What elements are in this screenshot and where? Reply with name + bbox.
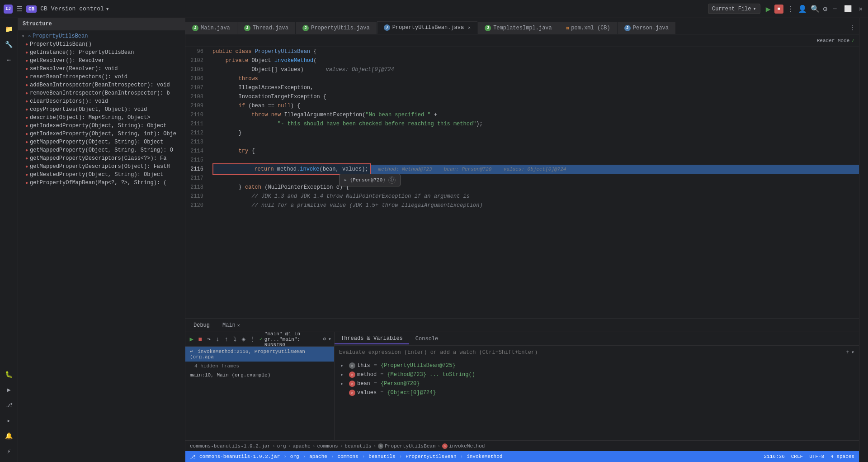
tab-templates-impl[interactable]: J TemplatesImpl.java [478,22,559,34]
type-object: Object [251,56,271,65]
tab-pom-xml[interactable]: m pom.xml (CB) [559,22,617,34]
status-commons[interactable]: commons [337,454,358,459]
tree-root-item[interactable]: ▾ ○ PropertyUtilsBean [18,32,185,40]
debug-var-values[interactable]: ▸ ○ values = {Object[0]@724} [335,388,859,397]
settings-icon[interactable]: ⚙ [823,5,828,14]
debug-panel-tab-main[interactable]: Main ✕ [218,320,245,330]
user-icon[interactable]: 👤 [798,5,807,14]
reader-mode-button[interactable]: Reader Mode ✓ [817,38,854,43]
debug-stepout-btn[interactable]: ↑ [223,334,230,345]
debug-resume-btn[interactable]: ▶ [188,334,195,345]
tab-close-property-utils-bean[interactable]: ✕ [468,25,471,30]
search-icon[interactable]: 🔍 [811,5,820,14]
status-org[interactable]: org [290,454,299,459]
breadcrumb-jar[interactable]: commons-beanutils-1.9.2.jar [190,443,270,449]
var-expand-method[interactable]: ▸ [341,372,347,377]
close-button[interactable]: ✕ [857,5,864,13]
method-icon-15: ● [25,164,28,169]
debug-evaluate-btn[interactable]: ◈ [240,334,247,345]
tree-item-11[interactable]: ● getIndexedProperty(Object, String, int… [18,130,185,138]
tab-more-button[interactable]: ⋮ [846,22,859,34]
debug-panel-tab-debug[interactable]: Debug [189,320,214,330]
breadcrumb-class[interactable]: ○ PropertyUtilsBean [378,443,435,449]
breadcrumb-apache[interactable]: apache [292,443,311,449]
debug-more-btn[interactable]: ⋮ [249,334,255,345]
sidebar-icon-git[interactable]: ⎇ [2,398,16,412]
status-method[interactable]: invokeMethod [467,454,502,459]
debug-var-this[interactable]: ▸ ○ this = {PropertyUtilsBean@725} [335,361,859,370]
debug-tab-main-close[interactable]: ✕ [237,323,240,328]
tree-item-2[interactable]: ● getResolver(): Resolver [18,57,185,65]
sidebar-icon-run[interactable]: ▶ [2,382,16,397]
status-encoding[interactable]: UTF-8 [809,454,824,459]
debug-var-bean[interactable]: ▸ ○ bean = {Person@720} [335,379,859,388]
tree-item-3[interactable]: ● setResolver(Resolver): void [18,65,185,73]
popup-info-icon[interactable]: ⓘ [388,176,396,184]
ln-2107: 2107 [185,83,203,92]
sidebar-icon-terminal[interactable]: ▸ [2,413,16,428]
debug-expression-input[interactable] [339,349,846,356]
tab-person-java[interactable]: J Person.java [618,22,675,34]
status-apache[interactable]: apache [309,454,327,459]
sidebar-icon-notifications[interactable]: 🔔 [2,429,16,443]
version-control-btn[interactable]: Version control ▾ [51,5,109,13]
status-class[interactable]: PropertyUtilsBean [406,454,456,459]
tree-item-16[interactable]: ● getNestedProperty(Object, String): Obj… [18,171,185,179]
tree-item-10[interactable]: ● getIndexedProperty(Object, String): Ob… [18,122,185,130]
tree-item-17[interactable]: ● getPropertyOfMapBean(Map<?, ?>, String… [18,179,185,187]
breadcrumb-beanutils[interactable]: beanutils [344,443,371,449]
watch-settings-icon[interactable]: ▾ [851,349,854,356]
status-indent[interactable]: 4 spaces [830,454,854,459]
tree-item-14[interactable]: ● getMappedPropertyDescriptors(Class<?>)… [18,154,185,162]
debug-stop-btn[interactable]: ■ [197,334,203,345]
debug-var-method[interactable]: ▸ ○ method = {Method@723} ... toString() [335,370,859,379]
breadcrumb-commons[interactable]: commons [317,443,338,449]
run-button[interactable]: ▶ [766,4,771,14]
tab-main-java[interactable]: J Main.java [185,22,237,34]
run-config-selector[interactable]: Current File ▾ [708,4,760,14]
tree-item-constructor[interactable]: ● PropertyUtilsBean() [18,40,185,48]
debug-stepover-btn[interactable]: ↷ [205,334,212,345]
debug-right-tab-console[interactable]: Console [409,334,444,344]
status-position[interactable]: 2116:36 [764,454,785,459]
var-expand-this[interactable]: ▸ [341,363,347,368]
sidebar-icon-plugins[interactable]: ⚡ [2,444,16,458]
sidebar-icon-bookmarks[interactable]: ⋯ [2,52,16,67]
tree-item-5[interactable]: ● addBeanIntrospector(BeanIntrospector):… [18,81,185,89]
tree-item-15[interactable]: ● getMappedPropertyDescriptors(Object): … [18,162,185,171]
more-actions-icon[interactable]: ⋮ [787,5,794,14]
minimize-button[interactable]: ─ [831,5,838,13]
sidebar-icon-structure[interactable]: 🔧 [2,37,16,52]
debug-stepinto-btn[interactable]: ↓ [214,334,221,345]
tree-item-7[interactable]: ● clearDescriptors(): void [18,97,185,105]
sidebar-icon-debug[interactable]: 🐛 [2,367,16,381]
restore-button[interactable]: ⬜ [842,5,854,13]
code-editor[interactable]: 96 2102 2105 2106 2107 2108 2109 2110 21… [185,47,859,318]
tree-item-6[interactable]: ● removeBeanIntrospector(BeanIntrospecto… [18,89,185,97]
status-beanutils[interactable]: beanutils [368,454,395,459]
debug-stop-button[interactable]: ■ [774,5,783,14]
tree-item-8[interactable]: ● copyProperties(Object, Object): void [18,105,185,114]
status-crlf[interactable]: CRLF [791,454,803,459]
tree-item-9[interactable]: ● describe(Object): Map<String, Object> [18,114,185,122]
breadcrumb-method[interactable]: ○ invokeMethod [442,443,485,449]
status-jar[interactable]: commons-beanutils-1.9.2.jar [199,454,280,459]
hamburger-menu-icon[interactable]: ☰ [16,5,23,14]
sidebar-icon-project[interactable]: 📁 [2,22,16,36]
tree-item-12[interactable]: ● getMappedProperty(Object, String): Obj… [18,138,185,146]
tree-item-4[interactable]: ● resetBeanIntrospectors(): void [18,73,185,81]
thread-settings-chevron[interactable]: ▾ [328,336,331,343]
debug-frame-0[interactable]: ↩ invokeMethod:2116, PropertyUtilsBean (… [185,347,334,362]
debug-frame-2[interactable]: main:10, Main (org.example) [185,371,334,380]
tab-property-utils-bean[interactable]: J PropertyUtilsBean.java ✕ [377,21,477,34]
tree-item-13[interactable]: ● getMappedProperty(Object, String, Stri… [18,146,185,154]
var-expand-bean[interactable]: ▸ [341,381,347,386]
tree-item-1[interactable]: ● getInstance(): PropertyUtilsBean [18,48,185,57]
tab-property-utils-java[interactable]: J PropertyUtils.java [296,22,377,34]
tab-thread-java[interactable]: J Thread.java [237,22,295,34]
breadcrumb-org[interactable]: org [277,443,286,449]
debug-right-tab-threads-vars[interactable]: Threads & Variables [335,333,409,344]
debug-runtopcursor-btn[interactable]: ⤵ [231,334,238,345]
add-watch-icon[interactable]: + [846,349,849,356]
thread-filter-icon[interactable]: ⊘ [323,336,326,343]
